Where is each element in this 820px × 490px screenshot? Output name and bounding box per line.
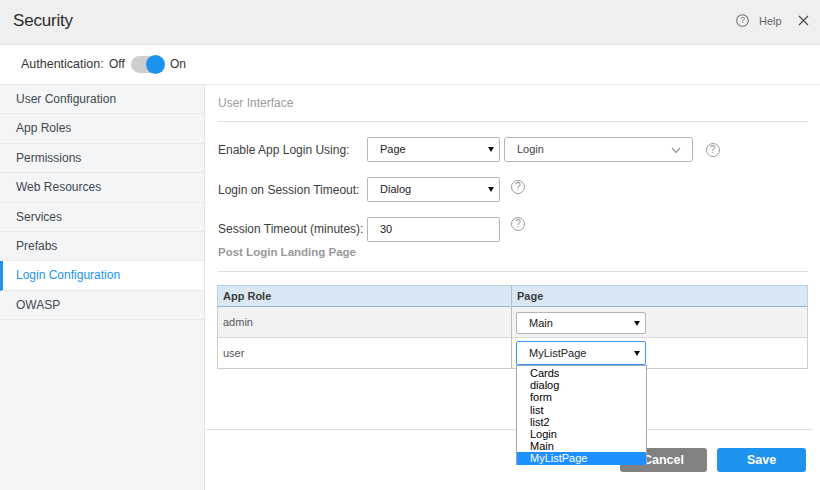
svg-text:?: ?	[740, 15, 745, 25]
